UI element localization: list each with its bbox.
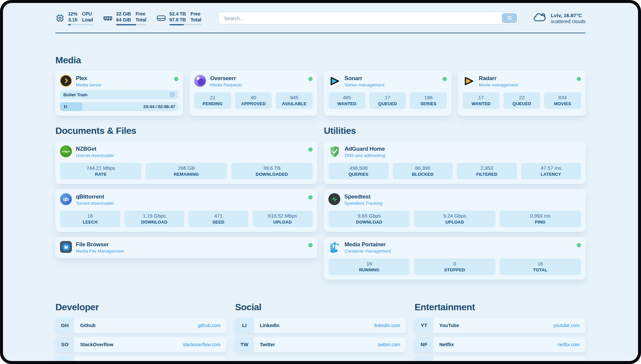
- pause-icon: [64, 105, 67, 108]
- bookmark-twitter[interactable]: TW Twitter twitter.com: [235, 337, 406, 352]
- service-title: Overseerr: [210, 75, 242, 82]
- service-card-filebrowser[interactable]: File Browser Media File Management: [55, 237, 317, 258]
- stat-stopped: 0 STOPPED: [414, 258, 495, 275]
- stat-downloaded: 39.6 TB DOWNLOADED: [231, 163, 313, 179]
- service-card-portainer[interactable]: Media Portainer Container management 16 …: [324, 237, 586, 280]
- service-card-qbittorrent[interactable]: qb qBittorrent Torrent downloader 16 LEE…: [55, 189, 317, 232]
- section-title-entertainment: Entertainment: [414, 302, 586, 313]
- disk-widget: 52.4 TB 97.9 TB Free Total: [156, 11, 201, 25]
- stat-blocked: 86,396 BLOCKED: [393, 163, 453, 179]
- playback-progress-fill: [60, 102, 82, 111]
- service-subtitle: Movie management: [479, 82, 518, 87]
- qbittorrent-icon: qb: [60, 193, 72, 205]
- utilities-column: Utilities AdGuard Home DNS and: [324, 126, 586, 285]
- bookmark-abbr: YT: [414, 318, 433, 333]
- stat-upload: 9.24 Gbps UPLOAD: [414, 211, 495, 227]
- cpu-load-value: 3.15: [68, 17, 77, 23]
- header-divider: [55, 33, 586, 33]
- service-card-nzbget[interactable]: nzbget NZBGet Usenet downloader 744.21 M…: [55, 141, 317, 184]
- service-subtitle: Container management: [345, 249, 391, 254]
- ram-icon: [103, 14, 113, 23]
- memory-progress-fill: [116, 24, 136, 25]
- stat-pending: 21 PENDING: [194, 92, 231, 109]
- bookmark-abbr: TW: [235, 337, 254, 352]
- stat-ping: 0.993 ms PING: [500, 211, 581, 227]
- bookmark-url: github.com: [198, 318, 226, 333]
- service-subtitle: Torrent downloader: [76, 201, 114, 206]
- now-playing-title: Bullet Train: [63, 92, 88, 97]
- status-dot: [308, 195, 313, 199]
- service-card-adguard[interactable]: AdGuard Home DNS and adblocking 498,508 …: [324, 141, 586, 184]
- bookmark-url: netflix.com: [558, 337, 586, 352]
- now-playing-row: Bullet Train: [60, 90, 178, 99]
- stat-upload: 618.52 Mbps UPLOAD: [253, 211, 313, 227]
- bookmark-name: Twitter: [254, 337, 275, 352]
- service-title: Plex: [76, 75, 102, 82]
- bookmark-linkedin[interactable]: LI LinkedIn linkedin.com: [235, 318, 406, 333]
- stat-leech: 16 LEECH: [60, 211, 120, 227]
- section-title-utilities: Utilities: [324, 126, 586, 136]
- sonarr-icon: [328, 75, 341, 87]
- cpu-widget: 12% 3.15 CPU Load: [55, 11, 93, 25]
- bookmark-url: dev.to: [208, 356, 227, 361]
- disk-total-label: Total: [191, 17, 201, 23]
- service-title: Speedtest: [344, 194, 382, 200]
- bookmark-group-developer: Developer GH Github github.com SO StackO…: [55, 302, 227, 361]
- bookmark-name: Netflix: [433, 337, 454, 352]
- memory-total-label: Total: [136, 17, 146, 23]
- service-card-plex[interactable]: Plex Media server Bullet Train 24:44 / 0…: [55, 71, 183, 116]
- search-input[interactable]: [218, 12, 518, 24]
- bookmark-github[interactable]: GH Github github.com: [55, 318, 227, 333]
- status-dot: [443, 77, 447, 81]
- service-title: qBittorrent: [76, 194, 114, 200]
- device-frame: 12% 3.15 CPU Load: [0, 0, 641, 364]
- stat-rate: 744.21 Mbps RATE: [60, 163, 141, 179]
- disk-progress-track: [169, 24, 201, 25]
- section-title-social: Social: [235, 302, 406, 313]
- stat-running: 16 RUNNING: [328, 258, 410, 275]
- radarr-icon: [463, 75, 475, 87]
- stat-wanted: 485 WANTED: [328, 92, 365, 109]
- disk-total-value: 97.9 TB: [169, 17, 186, 23]
- bookmark-url: stackoverflow.com: [183, 337, 226, 352]
- bookmark-name: StackOverflow: [74, 337, 113, 352]
- service-subtitle: DNS and adblocking: [345, 153, 385, 158]
- search-go-button[interactable]: G: [502, 13, 517, 23]
- bookmark-abbr: DT: [55, 356, 74, 361]
- service-subtitle: Media Requests: [210, 82, 242, 87]
- service-card-overseerr[interactable]: Overseerr Media Requests 21 PENDING 40 A…: [190, 71, 317, 116]
- filebrowser-icon: [60, 241, 72, 253]
- service-subtitle: Media File Management: [76, 249, 124, 254]
- bookmark-name: Github: [74, 318, 96, 333]
- bookmark-dev[interactable]: DT DEV dev.to: [55, 356, 227, 361]
- memory-total-value: 64 GiB: [116, 17, 131, 23]
- bookmark-abbr: SO: [55, 337, 74, 352]
- bookmark-name: DEV: [74, 356, 90, 361]
- cpu-icon: [55, 14, 65, 23]
- stat-wanted: 17 WANTED: [463, 92, 500, 109]
- bookmark-netflix[interactable]: NF Netflix netflix.com: [414, 337, 586, 352]
- status-dot: [308, 77, 313, 81]
- memory-free-value: 22 GiB: [116, 11, 131, 17]
- disk-progress-fill: [169, 24, 184, 25]
- section-title-media: Media: [55, 55, 586, 66]
- service-card-sonarr[interactable]: Sonarr Series management 485 WANTED 17 Q…: [324, 71, 451, 116]
- memory-progress-track: [116, 24, 146, 25]
- bookmark-group-entertainment: Entertainment YT YouTube youtube.com NF …: [414, 302, 586, 361]
- disk-icon: [156, 14, 166, 23]
- status-dot: [174, 77, 178, 81]
- status-dot: [308, 147, 313, 152]
- bookmark-abbr: NF: [414, 337, 433, 352]
- nzbget-icon: nzbget: [60, 145, 72, 157]
- bookmark-reddit[interactable]: RE Reddit reddit.com: [414, 356, 586, 361]
- stat-queries: 498,508 QUERIES: [328, 163, 389, 179]
- service-subtitle: Speedtest Tracking: [344, 201, 382, 206]
- bookmark-stackoverflow[interactable]: SO StackOverflow stackoverflow.com: [55, 337, 227, 352]
- service-card-radarr[interactable]: Radarr Movie management 17 WANTED 22 QUE…: [458, 71, 586, 116]
- service-card-speedtest[interactable]: Speedtest Speedtest Tracking 9.65 Gbps D…: [324, 189, 586, 232]
- cloud-icon: [533, 12, 547, 24]
- bookmark-youtube[interactable]: YT YouTube youtube.com: [414, 318, 586, 333]
- status-dot: [308, 243, 313, 247]
- playback-time: 24:44 / 02:06:47: [143, 104, 175, 109]
- service-title: NZBGet: [76, 146, 114, 152]
